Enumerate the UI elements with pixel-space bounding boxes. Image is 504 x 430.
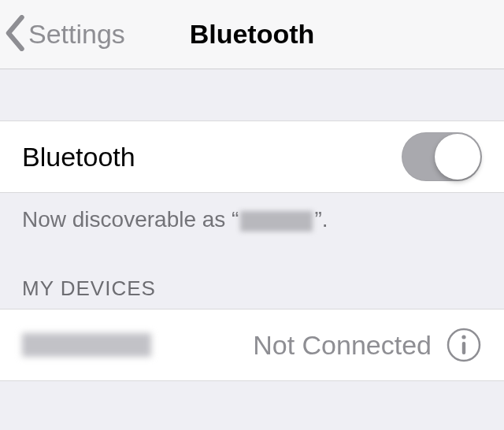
- bluetooth-label: Bluetooth: [22, 142, 135, 172]
- bluetooth-toggle[interactable]: [402, 132, 482, 181]
- page-title: Bluetooth: [190, 19, 315, 50]
- bluetooth-toggle-row: Bluetooth: [0, 120, 504, 193]
- back-button[interactable]: Settings: [5, 0, 125, 69]
- svg-rect-2: [462, 342, 465, 354]
- redacted-paired-device: [22, 333, 151, 357]
- svg-point-1: [461, 335, 465, 339]
- device-status: Not Connected: [253, 330, 432, 361]
- nav-header: Settings Bluetooth: [0, 0, 504, 69]
- discoverable-suffix: ”.: [314, 207, 328, 232]
- discoverable-text: Now discoverable as “”.: [0, 193, 504, 232]
- chevron-left-icon: [5, 15, 27, 54]
- discoverable-prefix: Now discoverable as “: [22, 207, 239, 232]
- device-row[interactable]: Not Connected: [0, 309, 504, 381]
- toggle-knob: [435, 134, 480, 180]
- spacer: [0, 69, 504, 120]
- redacted-device-name: [240, 211, 313, 232]
- my-devices-header: MY DEVICES: [0, 232, 504, 309]
- info-icon[interactable]: [446, 327, 482, 363]
- back-label: Settings: [28, 19, 125, 50]
- device-row-right: Not Connected: [253, 327, 482, 363]
